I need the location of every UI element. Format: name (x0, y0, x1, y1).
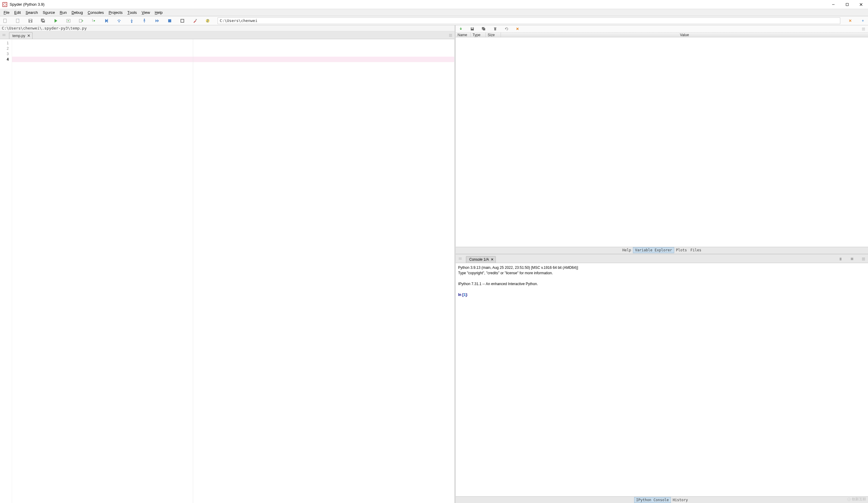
menu-run[interactable]: Run (57, 9, 69, 16)
debug-step-in-icon[interactable] (129, 18, 134, 23)
svg-rect-16 (107, 19, 108, 23)
spyder-app-icon (2, 2, 7, 7)
preferences-icon[interactable] (192, 18, 198, 23)
tab-files[interactable]: Files (689, 247, 703, 253)
run-cell-advance-icon[interactable] (79, 18, 84, 23)
svg-rect-29 (449, 36, 452, 37)
svg-rect-14 (79, 19, 82, 22)
run-selection-icon[interactable]: I (91, 18, 96, 23)
window-title: Spyder (Python 3.9) (10, 2, 45, 7)
menu-tools[interactable]: Tools (125, 9, 139, 16)
open-file-icon[interactable] (15, 18, 21, 23)
console-tab-close-icon[interactable]: ✕ (490, 257, 494, 261)
save-data-as-icon[interactable] (482, 27, 486, 31)
console-output[interactable]: Python 3.9.13 (main, Aug 25 2022, 23:51:… (456, 263, 868, 496)
debug-step-out-icon[interactable] (142, 18, 147, 23)
run-icon[interactable] (53, 18, 59, 23)
col-name[interactable]: Name ▲ (456, 32, 471, 37)
debug-continue-icon[interactable] (154, 18, 160, 23)
code-line (12, 46, 454, 51)
maximize-button[interactable] (840, 0, 854, 9)
new-file-icon[interactable] (2, 18, 8, 23)
col-type[interactable]: Type (471, 32, 486, 37)
console-options-icon[interactable] (861, 257, 866, 261)
col-value[interactable]: Value (501, 32, 868, 37)
menu-file[interactable]: File (1, 9, 12, 16)
code-line-current (12, 57, 454, 62)
import-data-icon[interactable] (459, 27, 463, 31)
menu-debug[interactable]: Debug (69, 9, 85, 16)
svg-rect-28 (449, 35, 452, 36)
maximize-pane-icon[interactable] (180, 18, 185, 23)
svg-rect-8 (29, 19, 32, 20)
svg-point-19 (144, 19, 145, 20)
svg-rect-40 (459, 259, 462, 259)
tab-help[interactable]: Help (621, 247, 633, 253)
remove-vars-icon[interactable] (493, 27, 497, 31)
debug-stop-icon[interactable] (167, 18, 172, 23)
svg-rect-36 (862, 28, 865, 28)
debug-step-icon[interactable] (116, 18, 122, 23)
menu-search[interactable]: Search (23, 9, 40, 16)
svg-rect-33 (483, 28, 485, 30)
svg-rect-27 (449, 34, 452, 35)
close-button[interactable] (854, 0, 868, 9)
editor-options-icon[interactable] (448, 33, 453, 37)
svg-rect-35 (494, 28, 496, 28)
stop-kernel-icon[interactable] (850, 257, 854, 261)
svg-rect-26 (2, 35, 6, 36)
editor-body[interactable]: 1 2 3 4 (0, 39, 455, 503)
working-dir-input[interactable] (218, 18, 840, 24)
save-icon[interactable] (28, 18, 33, 23)
col-size[interactable]: Size (486, 32, 501, 37)
path-close-icon[interactable]: ✕ (847, 18, 853, 23)
varexp-table-header: Name ▲ Type Size Value (456, 32, 868, 37)
varexp-table-body (456, 37, 868, 247)
console-tab[interactable]: Console 1/A ✕ (466, 256, 496, 263)
svg-point-23 (196, 19, 197, 20)
titlebar: Spyder (Python 3.9) (0, 0, 868, 9)
right-top-pane-tabs: Help Variable Explorer Plots Files (456, 247, 868, 254)
console-pane: Console 1/A ✕ Python 3.9.13 (main, Aug 2… (456, 255, 868, 503)
console-tabbar: Console 1/A ✕ (456, 255, 868, 263)
line-number: 1 (0, 40, 9, 46)
svg-rect-31 (471, 28, 473, 29)
code-ruler (193, 39, 193, 503)
svg-rect-34 (494, 28, 496, 30)
code-area[interactable] (12, 39, 454, 503)
tab-history[interactable]: History (671, 497, 690, 503)
svg-rect-2 (846, 3, 848, 6)
editor-tab-temp[interactable]: temp.py ✕ (9, 32, 32, 39)
debug-icon[interactable] (104, 18, 109, 23)
menubar: File Edit Search Source Run Debug Consol… (0, 9, 868, 16)
tab-close-icon[interactable]: ✕ (27, 33, 30, 38)
line-number-current: 4 (0, 57, 9, 62)
tab-plots[interactable]: Plots (674, 247, 689, 253)
save-all-icon[interactable] (40, 18, 46, 23)
browse-tabs-icon[interactable] (2, 33, 6, 37)
main-area: C:\Users\chenwei\.spyder-py3\temp.py tem… (0, 25, 868, 503)
run-cell-icon[interactable] (66, 18, 71, 23)
menu-edit[interactable]: Edit (12, 9, 23, 16)
menu-help[interactable]: Help (153, 9, 165, 16)
svg-point-17 (118, 21, 120, 22)
path-add-icon[interactable]: + (860, 18, 866, 23)
remove-all-icon[interactable]: ✕ (516, 27, 520, 31)
varexp-options-icon[interactable] (861, 27, 866, 31)
menu-consoles[interactable]: Consoles (85, 9, 106, 16)
interrupt-kernel-icon[interactable] (838, 257, 843, 261)
console-prompt-in: In [ (458, 292, 464, 297)
menu-source[interactable]: Source (40, 9, 58, 16)
minimize-button[interactable] (826, 0, 840, 9)
svg-rect-22 (181, 20, 184, 22)
python-path-icon[interactable] (205, 18, 210, 23)
menu-view[interactable]: View (139, 9, 153, 16)
save-data-icon[interactable] (470, 27, 474, 31)
tab-ipython-console[interactable]: IPython Console (634, 497, 671, 503)
menu-projects[interactable]: Projects (106, 9, 125, 16)
variable-explorer-pane: ✕ Name ▲ Type Size Value Help Variable E… (456, 25, 868, 255)
console-browse-tabs-icon[interactable] (458, 257, 462, 261)
refresh-vars-icon[interactable] (505, 27, 509, 31)
tab-variable-explorer[interactable]: Variable Explorer (633, 247, 674, 253)
svg-rect-41 (840, 258, 841, 260)
